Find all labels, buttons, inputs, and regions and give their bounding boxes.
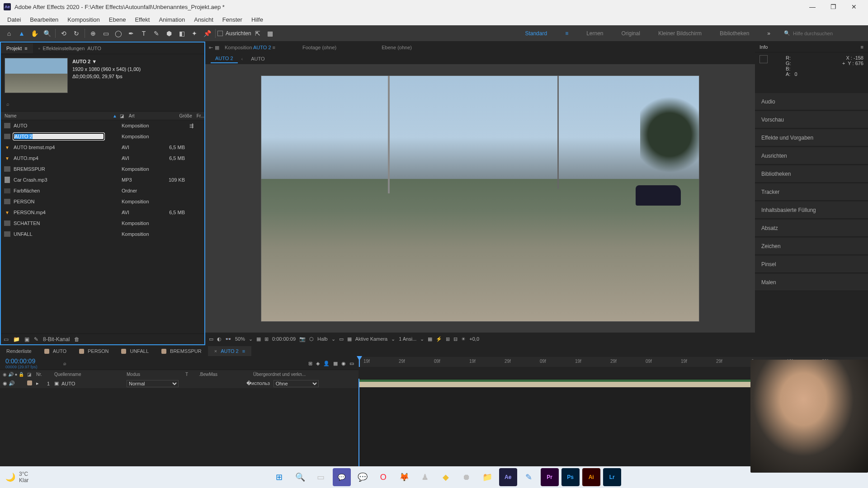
menu-bearbeiten[interactable]: Bearbeiten — [25, 14, 63, 25]
side-panel-item[interactable]: Ausrichten — [755, 147, 868, 164]
workspace-lernen[interactable]: Lernen — [586, 30, 603, 37]
menu-hilfe[interactable]: Hilfe — [247, 14, 268, 25]
new-folder-button[interactable]: 📁 — [13, 336, 20, 343]
brush-tool[interactable]: ✎ — [151, 28, 162, 39]
minimize-button[interactable]: — — [802, 0, 823, 14]
side-panel-item[interactable]: Malen — [755, 274, 868, 291]
subtab-auto[interactable]: AUTO — [246, 55, 269, 63]
views-dropdown[interactable]: 1 Ansi... — [399, 336, 416, 342]
blend-mode-select[interactable]: Normal — [127, 380, 179, 387]
grid-icon[interactable]: ▦ — [215, 45, 219, 51]
project-row[interactable]: PERSON Komposition — [1, 196, 204, 207]
menu-fenster[interactable]: Fenster — [218, 14, 247, 25]
side-panel-item[interactable]: Zeichen — [755, 238, 868, 255]
snap2-tool[interactable]: ▦ — [265, 28, 276, 39]
flowchart-button[interactable]: ⊟ — [453, 336, 458, 342]
side-panel-item[interactable]: Absatz — [755, 220, 868, 237]
reset-exposure-button[interactable]: ☀ — [461, 336, 466, 342]
maximize-button[interactable]: ❐ — [823, 0, 844, 14]
teams-app[interactable]: 💬 — [333, 468, 351, 486]
project-row[interactable]: BREMSSPUR Komposition — [1, 164, 204, 174]
timeline-tab[interactable]: × AUTO 2 ≡ — [208, 346, 251, 356]
sort-icon[interactable]: ▲ — [113, 113, 117, 118]
app-editor[interactable]: ✎ — [520, 468, 538, 486]
obs-app[interactable]: ⏺ — [458, 468, 476, 486]
project-row[interactable]: AUTO Komposition ⇶ — [1, 120, 204, 131]
timeline-layer-row[interactable]: ◉ 🔊 ▸ 1 ▣ AUTO Normal �использ Ohne — [0, 379, 359, 389]
workspace-standard[interactable]: Standard — [525, 30, 547, 37]
text-tool[interactable]: T — [138, 28, 149, 39]
parent-select[interactable]: Ohne — [274, 380, 319, 387]
label-column-icon[interactable]: ◪ — [120, 113, 129, 118]
app-unknown2[interactable]: ◆ — [437, 468, 455, 486]
current-time[interactable]: 0:00:00:09 — [272, 336, 296, 342]
workspace-menu-icon[interactable]: ≡ — [565, 30, 568, 37]
always-preview-button[interactable]: ▭ — [209, 336, 213, 342]
stamp-tool[interactable]: ⬢ — [164, 28, 175, 39]
camera-dropdown[interactable]: Aktive Kamera — [355, 336, 388, 342]
snap-tool[interactable]: ⇱ — [252, 28, 263, 39]
puppet-tool[interactable]: 📌 — [202, 28, 212, 39]
rect-tool[interactable]: ▭ — [100, 28, 111, 39]
motion-blur-button[interactable]: ◉ — [341, 361, 346, 366]
menu-datei[interactable]: Datei — [3, 14, 25, 25]
comp-mini-flowchart-button[interactable]: ⊞ — [308, 361, 312, 366]
project-row[interactable]: UNFALL Komposition — [1, 229, 204, 239]
workspace-bibliotheken[interactable]: Bibliotheken — [720, 30, 749, 37]
side-panel-item[interactable]: Inhaltsbasierte Füllung — [755, 202, 868, 219]
color-mgmt-button[interactable]: ⬡ — [309, 336, 314, 342]
pen-tool[interactable]: ✒ — [126, 28, 137, 39]
rotate-tool[interactable]: ↻ — [71, 28, 82, 39]
tab-ebene[interactable]: Ebene (ohne) — [378, 43, 415, 52]
glasses-icon[interactable]: 👓 — [225, 336, 231, 342]
resolution-dropdown[interactable]: Halb — [317, 336, 328, 342]
timeline-tab[interactable]: AUTO — [38, 346, 73, 356]
rename-input[interactable] — [14, 133, 104, 140]
premiere-app[interactable]: Pr — [541, 468, 559, 486]
eraser-tool[interactable]: ◧ — [176, 28, 187, 39]
start-button[interactable]: ⊞ — [270, 468, 288, 486]
weather-widget[interactable]: 🌙 3°C Klar — [5, 471, 28, 483]
close-button[interactable]: ✕ — [844, 0, 864, 14]
composition-viewer[interactable] — [205, 64, 755, 333]
fast-preview-button[interactable]: ⚡ — [436, 336, 442, 342]
aftereffects-app[interactable]: Ae — [499, 468, 517, 486]
anchor-tool[interactable]: ⊕ — [88, 28, 99, 39]
snapshot-button[interactable]: 📷 — [299, 336, 306, 342]
playhead-line[interactable] — [359, 379, 359, 467]
menu-ebene[interactable]: Ebene — [104, 14, 131, 25]
pixel-aspect-button[interactable]: ▦ — [428, 336, 432, 342]
side-panel-item[interactable]: Pinsel — [755, 256, 868, 273]
grid-toggle-button[interactable]: ▦ — [256, 336, 261, 342]
workspace-overflow-icon[interactable]: » — [767, 30, 770, 37]
taskview-button[interactable]: ▭ — [312, 468, 330, 486]
search-button[interactable]: 🔍 — [291, 468, 309, 486]
panel-menu-icon[interactable]: ≡ — [861, 44, 863, 50]
new-comp-button[interactable]: ▣ — [24, 336, 29, 343]
zoom-dropdown-icon[interactable]: ⌄ — [249, 336, 253, 342]
draft3d-button[interactable]: ◈ — [316, 361, 320, 366]
hand-tool[interactable]: ✋ — [29, 28, 40, 39]
composition-thumbnail[interactable] — [5, 58, 68, 93]
side-panel-item[interactable]: Vorschau — [755, 111, 868, 128]
side-panel-item[interactable]: Audio — [755, 93, 868, 110]
project-row[interactable]: Car Crash.mp3 MP3 109 KB — [1, 174, 204, 185]
orbit-tool[interactable]: ⟲ — [58, 28, 69, 39]
mask-button[interactable]: ◐ — [217, 336, 222, 342]
workspace-original[interactable]: Original — [622, 30, 640, 37]
lightroom-app[interactable]: Lr — [603, 468, 621, 486]
exposure-value[interactable]: +0,0 — [469, 336, 479, 342]
photoshop-app[interactable]: Ps — [561, 468, 580, 486]
tab-projekt[interactable]: Projekt ≡ — [1, 43, 33, 53]
roi-button[interactable]: ▭ — [339, 336, 344, 342]
menu-komposition[interactable]: Komposition — [63, 14, 104, 25]
whatsapp-app[interactable]: 💬 — [354, 468, 372, 486]
tab-effekteinstellungen[interactable]: ▫ Effekteinstellungen AUTO — [33, 43, 107, 53]
illustrator-app[interactable]: Ai — [582, 468, 600, 486]
project-row[interactable]: Komposition — [1, 131, 204, 142]
timeline-tab[interactable]: Renderliste — [0, 346, 38, 356]
workspace-kleiner[interactable]: Kleiner Bildschirm — [658, 30, 702, 37]
firefox-app[interactable]: 🦊 — [395, 468, 413, 486]
ellipse-tool[interactable]: ◯ — [113, 28, 124, 39]
adjust-button[interactable]: ✎ — [34, 336, 38, 343]
